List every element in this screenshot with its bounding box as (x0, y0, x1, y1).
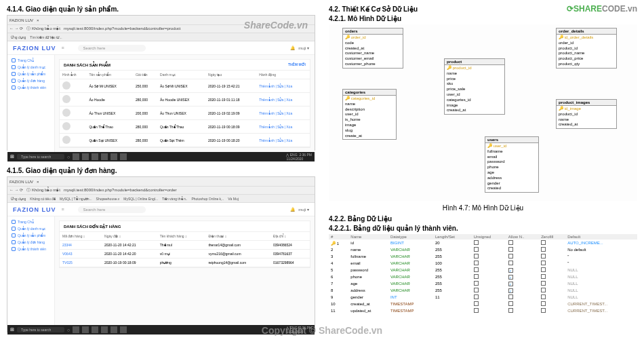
row-actions[interactable]: Thêm ảnh | Sửa | Xóa (256, 120, 310, 134)
right-page: ⟳SHARECODE.vn 4.2. Thiết Kế Cơ Sở Dữ Liệ… (322, 0, 644, 318)
entity-categories: categories🔑 categories_idnamedescription… (342, 89, 397, 140)
col-header: Hành động (256, 71, 310, 79)
schema-row: 7ageVARCHAR255✓NULL (329, 280, 637, 287)
sharecode-logo: ⟳SHARECODE.vn (567, 4, 637, 14)
app-logo: FAZION LUV (13, 206, 56, 213)
col-header[interactable]: Mã đơn hàng ↕ (60, 232, 102, 241)
sidebar-item[interactable]: Quản lý đơn hàng (7, 77, 54, 84)
table-row: V06432020-11-20 14:42:20vũ mụivymu216@gm… (60, 250, 310, 259)
col-header: Allow N.. (506, 234, 539, 240)
col-header[interactable]: Điện thoại ↕ (205, 232, 270, 241)
search-input[interactable]: Search here (78, 45, 146, 52)
col-header: Length/Set (433, 234, 472, 240)
table-row: Áo Sơ Mi UNISEX250,000Áo Sơ Mi UNISEX202… (60, 79, 310, 93)
user-menu[interactable]: 🔔 muji ▾ (290, 207, 309, 212)
menu-icon[interactable]: ≡ (62, 207, 64, 212)
panel-title: DANH SÁCH ĐƠN ĐẶT HÀNG (64, 224, 121, 229)
table-row: Quần Thể Thao280,000Quần Thể Thao2020-11… (60, 120, 310, 134)
bookmark-bar: Ứng dụngKhông có tiêu đềMySQL | Tải ngươ… (7, 195, 315, 203)
sidebar-item[interactable]: Trang Chủ (7, 218, 54, 225)
search-input[interactable]: Search here (78, 206, 146, 213)
nav-icon (12, 72, 16, 76)
nav-icon (12, 247, 16, 251)
product-thumb (62, 95, 71, 103)
table-row: Áo Thun UNISEX200,000Áo Thun UNISEX2020-… (60, 107, 310, 120)
app-logo: FAZION LUV (13, 45, 56, 52)
heading-4221: 4.2.2.1. Bảng dữ liệu quản lý thành viên… (329, 225, 637, 232)
sidebar-item[interactable]: Quản lý thành viên (7, 84, 54, 91)
db-schema-table: #NameDatatypeLength/SetUnsignedAllow N..… (329, 234, 637, 314)
screenshot-products: ShareCode.vn FAZION LUV × ← → ⟳ ⓘ Không … (7, 15, 315, 151)
heading-415: 4.1.5. Giao diện quản lý đơn hàng. (7, 167, 315, 174)
user-menu[interactable]: 🔔 muji ▾ (290, 45, 309, 50)
watermark: ShareCode.vn (244, 20, 308, 31)
browser-url-bar[interactable]: ← → ⟳ ⓘ Không bảo mật mysqli.test:8000/i… (7, 187, 315, 195)
row-actions[interactable]: Thêm ảnh | Sửa | Xóa (256, 93, 310, 107)
heading-414: 4.1.4. Giao diện quản lý sản phẩm. (7, 5, 315, 13)
schema-row: 6phoneVARCHAR255✓NULL (329, 273, 637, 280)
schema-row: 4emailVARCHAR100'' (329, 260, 637, 267)
caption-47: Hình 4.7: Mô Hình Dữ Liệu (329, 204, 637, 212)
sidebar: Trang ChủQuản lý danh mụcQuản lý sản phẩ… (7, 216, 55, 325)
col-header: Zerofill (539, 234, 565, 240)
entity-product_images: product_images🔑 id_imageproduct_idnamecr… (556, 99, 617, 129)
heading-421: 4.2.1. Mô Hình Dữ Liệu (329, 15, 637, 22)
product-thumb (62, 81, 71, 90)
sidebar-item[interactable]: Quản lý sản phẩm (7, 71, 54, 77)
nav-icon (12, 227, 16, 231)
col-header[interactable]: Ngày đặt ↕ (102, 232, 157, 241)
heading-422: 4.2.2. Bảng Dữ Liệu (329, 215, 637, 223)
entity-orders: orders🔑 order_idcodecreated_atcustomer_n… (342, 28, 403, 69)
row-actions[interactable]: Thêm ảnh | Sửa | Xóa (256, 79, 310, 93)
col-header: Hình ảnh (60, 71, 86, 79)
row-actions[interactable]: Thêm ảnh | Sửa | Xóa (256, 107, 310, 120)
order-table: Mã đơn hàng ↕Ngày đặt ↕Tên khách hàng ↕Đ… (60, 232, 310, 267)
taskbar-search[interactable]: Type here to search (17, 154, 64, 159)
product-table: Hình ảnhTên sản phẩmGiá tiềnDanh mụcNgày… (60, 71, 310, 147)
copyright-watermark: Copyright © ShareCode.vn (0, 325, 644, 336)
col-header: Giá tiền (133, 71, 157, 79)
col-header: Ngày tạo (205, 71, 256, 79)
col-header: # (329, 234, 348, 240)
sidebar-item[interactable]: Quản lý thành viên (7, 246, 54, 252)
entity-users: users🔑 user_idfullnameemailpasswordphone… (485, 136, 539, 193)
sidebar-item[interactable]: Quản lý sản phẩm (7, 232, 54, 239)
schema-row: 2nameVARCHAR255No default (329, 246, 637, 253)
col-header: Danh mục (157, 71, 205, 79)
row-actions[interactable]: Thêm ảnh | Sửa | Xóa (256, 134, 310, 147)
nav-icon (12, 233, 16, 237)
sidebar-item[interactable]: Quản lý đơn hàng (7, 239, 54, 246)
sidebar-item[interactable]: Quản lý danh mục (7, 64, 54, 71)
order-id-link[interactable]: TV025 (60, 259, 102, 267)
left-page: 4.1.4. Giao diện quản lý sản phẩm. Share… (0, 0, 322, 338)
nav-icon (12, 58, 16, 62)
schema-row: 5passwordVARCHAR255✓NULL (329, 267, 637, 273)
schema-row: 3fullnameVARCHAR255'' (329, 253, 637, 260)
product-thumb (62, 122, 71, 130)
nav-icon (12, 240, 16, 244)
col-header[interactable]: Tên khách hàng ↕ (157, 232, 206, 241)
schema-row: 🔑 1idBIGINT20AUTO_INCREME... (329, 240, 637, 246)
col-header: Unsigned (472, 234, 506, 240)
er-diagram: orders🔑 order_idcodecreated_atcustomer_n… (329, 24, 637, 201)
table-row: Áo Hoodie280,000Áo Hoodie UNISEX2020-11-… (60, 93, 310, 107)
col-header: Datatype (388, 234, 433, 240)
add-button[interactable]: THÊM MỚI (288, 62, 306, 67)
order-id-link[interactable]: V0643 (60, 250, 102, 259)
nav-icon (12, 220, 16, 224)
schema-row: 11updated_atTIMESTAMPCURRENT_TIMEST... (329, 307, 637, 314)
col-header[interactable]: Địa chỉ ↕ (270, 232, 310, 241)
sidebar: Trang ChủQuản lý danh mụcQuản lý sản phẩ… (7, 55, 55, 152)
product-thumb (62, 109, 71, 117)
schema-row: 8addressVARCHAR255✓NULL (329, 287, 637, 294)
sidebar-item[interactable]: Trang Chủ (7, 57, 54, 64)
order-id-link[interactable]: 23344 (60, 241, 102, 250)
sidebar-item[interactable]: Quản lý danh mục (7, 225, 54, 232)
col-header: Default (565, 234, 637, 240)
nav-icon (12, 79, 16, 83)
browser-tab-bar: FAZION LUV × (7, 177, 315, 187)
entity-product: product🔑 product_idnamepriceskuprice_sal… (444, 58, 505, 115)
nav-icon (12, 85, 16, 90)
table-row: Quần Sọt UNISEX280,000Quần Sọt Thêm2020-… (60, 134, 310, 147)
menu-icon[interactable]: ≡ (62, 45, 64, 50)
